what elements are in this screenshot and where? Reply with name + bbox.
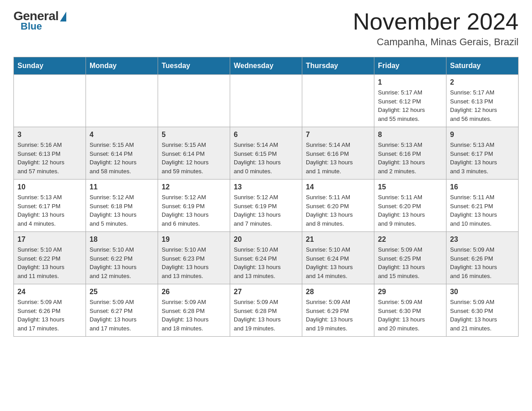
calendar-cell: 7Sunrise: 5:14 AMSunset: 6:16 PMDaylight… <box>302 127 374 180</box>
calendar-week-row: 1Sunrise: 5:17 AMSunset: 6:12 PMDaylight… <box>14 75 519 127</box>
day-number: 16 <box>450 183 515 191</box>
calendar-week-row: 10Sunrise: 5:13 AMSunset: 6:17 PMDayligh… <box>14 180 519 232</box>
day-info: Sunrise: 5:15 AMSunset: 6:14 PMDaylight:… <box>90 141 154 176</box>
calendar-week-row: 24Sunrise: 5:09 AMSunset: 6:26 PMDayligh… <box>14 284 519 337</box>
calendar-cell: 8Sunrise: 5:13 AMSunset: 6:16 PMDaylight… <box>374 127 446 180</box>
calendar-header-wednesday: Wednesday <box>230 57 302 75</box>
day-info: Sunrise: 5:13 AMSunset: 6:17 PMDaylight:… <box>17 193 82 228</box>
day-number: 7 <box>306 131 370 139</box>
day-info: Sunrise: 5:13 AMSunset: 6:16 PMDaylight:… <box>378 141 442 176</box>
day-number: 3 <box>17 131 82 139</box>
calendar-cell: 30Sunrise: 5:09 AMSunset: 6:30 PMDayligh… <box>446 284 519 337</box>
day-info: Sunrise: 5:12 AMSunset: 6:19 PMDaylight:… <box>234 193 298 228</box>
calendar-cell: 3Sunrise: 5:16 AMSunset: 6:13 PMDaylight… <box>14 127 86 180</box>
calendar-cell: 22Sunrise: 5:09 AMSunset: 6:25 PMDayligh… <box>374 232 446 284</box>
day-info: Sunrise: 5:11 AMSunset: 6:20 PMDaylight:… <box>306 193 370 228</box>
day-number: 1 <box>378 78 442 86</box>
day-number: 13 <box>234 183 298 191</box>
day-number: 2 <box>450 78 515 86</box>
day-number: 8 <box>378 131 442 139</box>
calendar-header-row: SundayMondayTuesdayWednesdayThursdayFrid… <box>14 57 519 75</box>
calendar-cell: 2Sunrise: 5:17 AMSunset: 6:13 PMDaylight… <box>446 75 519 127</box>
calendar-week-row: 17Sunrise: 5:10 AMSunset: 6:22 PMDayligh… <box>14 232 519 284</box>
day-info: Sunrise: 5:17 AMSunset: 6:13 PMDaylight:… <box>450 88 515 123</box>
calendar-cell <box>158 75 230 127</box>
calendar-cell: 12Sunrise: 5:12 AMSunset: 6:19 PMDayligh… <box>158 180 230 232</box>
calendar-header-thursday: Thursday <box>302 57 374 75</box>
day-info: Sunrise: 5:09 AMSunset: 6:26 PMDaylight:… <box>17 298 82 333</box>
day-info: Sunrise: 5:09 AMSunset: 6:29 PMDaylight:… <box>306 298 370 333</box>
day-number: 9 <box>450 131 515 139</box>
day-info: Sunrise: 5:09 AMSunset: 6:25 PMDaylight:… <box>378 245 442 280</box>
day-info: Sunrise: 5:10 AMSunset: 6:23 PMDaylight:… <box>162 245 226 280</box>
logo[interactable]: General Blue <box>13 9 66 32</box>
day-number: 4 <box>90 131 154 139</box>
calendar-cell: 20Sunrise: 5:10 AMSunset: 6:24 PMDayligh… <box>230 232 302 284</box>
day-number: 20 <box>234 235 298 244</box>
day-info: Sunrise: 5:09 AMSunset: 6:30 PMDaylight:… <box>450 298 515 333</box>
calendar-header-monday: Monday <box>86 57 158 75</box>
calendar-cell: 28Sunrise: 5:09 AMSunset: 6:29 PMDayligh… <box>302 284 374 337</box>
day-number: 22 <box>378 235 442 244</box>
day-number: 29 <box>378 288 442 296</box>
calendar-cell: 24Sunrise: 5:09 AMSunset: 6:26 PMDayligh… <box>14 284 86 337</box>
day-number: 14 <box>306 183 370 191</box>
calendar-table: SundayMondayTuesdayWednesdayThursdayFrid… <box>13 57 519 337</box>
day-number: 18 <box>90 235 154 244</box>
calendar-cell <box>14 75 86 127</box>
calendar-cell: 14Sunrise: 5:11 AMSunset: 6:20 PMDayligh… <box>302 180 374 232</box>
day-number: 27 <box>234 288 298 296</box>
page-header: General Blue November 2024 Campanha, Min… <box>13 9 519 48</box>
day-info: Sunrise: 5:09 AMSunset: 6:28 PMDaylight:… <box>234 298 298 333</box>
day-number: 17 <box>17 235 82 244</box>
day-info: Sunrise: 5:09 AMSunset: 6:27 PMDaylight:… <box>90 298 154 333</box>
day-info: Sunrise: 5:09 AMSunset: 6:28 PMDaylight:… <box>162 298 226 333</box>
day-number: 24 <box>17 288 82 296</box>
day-number: 6 <box>234 131 298 139</box>
calendar-cell: 25Sunrise: 5:09 AMSunset: 6:27 PMDayligh… <box>86 284 158 337</box>
day-info: Sunrise: 5:11 AMSunset: 6:20 PMDaylight:… <box>378 193 442 228</box>
day-info: Sunrise: 5:14 AMSunset: 6:16 PMDaylight:… <box>306 141 370 176</box>
calendar-cell: 23Sunrise: 5:09 AMSunset: 6:26 PMDayligh… <box>446 232 519 284</box>
day-info: Sunrise: 5:11 AMSunset: 6:21 PMDaylight:… <box>450 193 515 228</box>
calendar-cell: 17Sunrise: 5:10 AMSunset: 6:22 PMDayligh… <box>14 232 86 284</box>
day-info: Sunrise: 5:12 AMSunset: 6:18 PMDaylight:… <box>90 193 154 228</box>
day-info: Sunrise: 5:09 AMSunset: 6:30 PMDaylight:… <box>378 298 442 333</box>
day-info: Sunrise: 5:10 AMSunset: 6:24 PMDaylight:… <box>234 245 298 280</box>
calendar-cell: 27Sunrise: 5:09 AMSunset: 6:28 PMDayligh… <box>230 284 302 337</box>
day-number: 21 <box>306 235 370 244</box>
calendar-cell: 21Sunrise: 5:10 AMSunset: 6:24 PMDayligh… <box>302 232 374 284</box>
day-info: Sunrise: 5:15 AMSunset: 6:14 PMDaylight:… <box>162 141 226 176</box>
calendar-cell: 19Sunrise: 5:10 AMSunset: 6:23 PMDayligh… <box>158 232 230 284</box>
calendar-cell: 9Sunrise: 5:13 AMSunset: 6:17 PMDaylight… <box>446 127 519 180</box>
calendar-cell: 13Sunrise: 5:12 AMSunset: 6:19 PMDayligh… <box>230 180 302 232</box>
calendar-cell: 4Sunrise: 5:15 AMSunset: 6:14 PMDaylight… <box>86 127 158 180</box>
day-number: 11 <box>90 183 154 191</box>
calendar-cell: 29Sunrise: 5:09 AMSunset: 6:30 PMDayligh… <box>374 284 446 337</box>
day-number: 30 <box>450 288 515 296</box>
day-info: Sunrise: 5:10 AMSunset: 6:22 PMDaylight:… <box>90 245 154 280</box>
calendar-header-friday: Friday <box>374 57 446 75</box>
day-info: Sunrise: 5:14 AMSunset: 6:15 PMDaylight:… <box>234 141 298 176</box>
day-info: Sunrise: 5:10 AMSunset: 6:24 PMDaylight:… <box>306 245 370 280</box>
day-info: Sunrise: 5:10 AMSunset: 6:22 PMDaylight:… <box>17 245 82 280</box>
day-number: 15 <box>378 183 442 191</box>
day-info: Sunrise: 5:17 AMSunset: 6:12 PMDaylight:… <box>378 88 442 123</box>
day-number: 23 <box>450 235 515 244</box>
day-info: Sunrise: 5:12 AMSunset: 6:19 PMDaylight:… <box>162 193 226 228</box>
day-number: 25 <box>90 288 154 296</box>
calendar-cell: 15Sunrise: 5:11 AMSunset: 6:20 PMDayligh… <box>374 180 446 232</box>
day-number: 28 <box>306 288 370 296</box>
calendar-week-row: 3Sunrise: 5:16 AMSunset: 6:13 PMDaylight… <box>14 127 519 180</box>
day-info: Sunrise: 5:13 AMSunset: 6:17 PMDaylight:… <box>450 141 515 176</box>
day-info: Sunrise: 5:09 AMSunset: 6:26 PMDaylight:… <box>450 245 515 280</box>
day-number: 10 <box>17 183 82 191</box>
day-number: 12 <box>162 183 226 191</box>
calendar-header-sunday: Sunday <box>14 57 86 75</box>
location-text: Campanha, Minas Gerais, Brazil <box>353 36 519 48</box>
day-number: 26 <box>162 288 226 296</box>
calendar-cell <box>302 75 374 127</box>
title-section: November 2024 Campanha, Minas Gerais, Br… <box>353 9 519 48</box>
month-title: November 2024 <box>353 9 519 34</box>
calendar-header-saturday: Saturday <box>446 57 519 75</box>
